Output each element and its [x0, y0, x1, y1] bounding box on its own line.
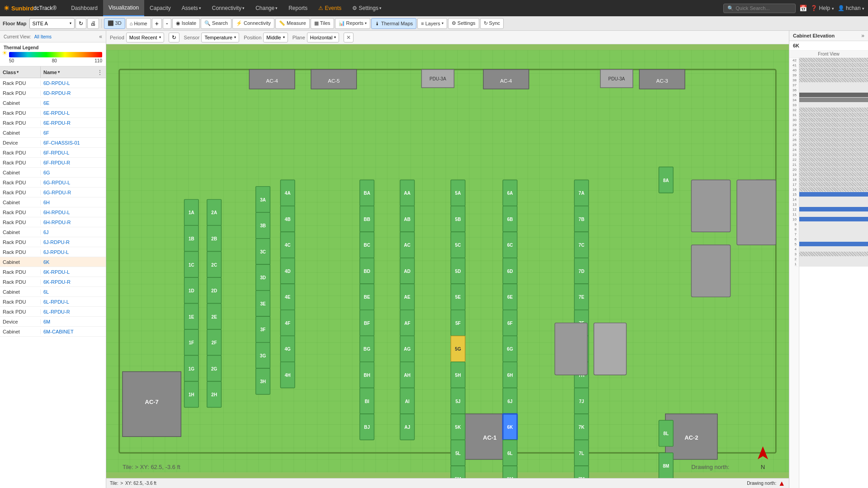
svg-text:4H: 4H [285, 373, 291, 378]
table-body[interactable]: Rack PDU6D-RPDU-LRack PDU6D-RPDU-RCabine… [0, 78, 106, 488]
table-row[interactable]: Rack PDU6F-RPDU-R [0, 158, 106, 168]
nav-assets[interactable]: Assets ▾ [176, 0, 207, 16]
rack-number: 26 [793, 137, 797, 142]
svg-text:1F: 1F [189, 340, 194, 345]
tiles-btn[interactable]: ▦ Tiles [311, 18, 334, 29]
svg-text:AD: AD [404, 269, 411, 274]
svg-text:2G: 2G [211, 366, 217, 371]
table-row[interactable]: Rack PDU6E-RPDU-L [0, 108, 106, 118]
quick-search-box[interactable]: 🔍 Quick Search... [723, 4, 796, 13]
position-filter: Position Middle ▾ [244, 33, 288, 42]
table-row[interactable]: Cabinet6M-CABINET [0, 327, 106, 337]
row-class: Cabinet [0, 170, 41, 175]
nav-change[interactable]: Change ▾ [250, 0, 283, 16]
floor-map[interactable]: AC-7 AC-5 AC-4 AC-4 AC-3 [106, 44, 789, 478]
position-select[interactable]: Middle ▾ [263, 33, 288, 42]
svg-text:8M: 8M [663, 464, 669, 469]
settings-btn[interactable]: ⚙ Settings [448, 18, 479, 29]
table-row[interactable]: Rack PDU6H-RPDU-L [0, 207, 106, 217]
search-btn[interactable]: 🔍 Search [201, 18, 231, 29]
table-row[interactable]: Rack PDU6D-RPDU-L [0, 78, 106, 88]
measure-btn[interactable]: 📏 Measure [275, 18, 310, 29]
thermal-gradient-bar [9, 52, 102, 57]
zoom-out-btn[interactable]: - [163, 18, 171, 29]
isolate-btn[interactable]: ◉ Isolate [172, 18, 200, 29]
table-row[interactable]: Rack PDU6G-RPDU-R [0, 188, 106, 197]
svg-text:2F: 2F [212, 340, 217, 345]
table-row[interactable]: Rack PDU6J-RPDU-L [0, 247, 106, 257]
sync-btn[interactable]: ↻ Sync [480, 18, 504, 29]
print-btn[interactable]: 🖨 [87, 18, 99, 29]
table-row[interactable]: Cabinet6L [0, 287, 106, 297]
zoom-in-btn[interactable]: + [152, 18, 162, 29]
floor-map-svg[interactable]: AC-7 AC-5 AC-4 AC-4 AC-3 [106, 44, 789, 478]
table-row[interactable]: Rack PDU6H-RPDU-R [0, 217, 106, 227]
rack-slot [799, 242, 868, 247]
plane-select[interactable]: Horizontal ▾ [307, 33, 340, 42]
current-view-value[interactable]: All Items [34, 34, 52, 39]
table-row[interactable]: Rack PDU6F-RPDU-L [0, 148, 106, 158]
svg-text:AC-5: AC-5 [328, 78, 340, 84]
3d-btn[interactable]: ⬛ 3D [104, 18, 125, 29]
table-row[interactable]: Rack PDU6D-RPDU-R [0, 88, 106, 98]
table-row[interactable]: Cabinet6E [0, 98, 106, 108]
table-row[interactable]: Rack PDU6G-RPDU-L [0, 178, 106, 188]
table-row[interactable]: Cabinet6G [0, 168, 106, 178]
table-row[interactable]: Cabinet6K [0, 257, 106, 267]
svg-text:Tile: >  XY: 62.5, -3.6 ft: Tile: > XY: 62.5, -3.6 ft [123, 464, 180, 470]
ac-unit-5: AC-5 [311, 70, 357, 89]
plane-filter: Plane Horizontal ▾ [292, 33, 340, 42]
close-filter-btn[interactable]: ✕ [344, 33, 354, 42]
nav-visualization[interactable]: Visualization [103, 0, 144, 16]
sunbird-text[interactable]: Sunbird [11, 5, 33, 12]
sensor-select[interactable]: Temperature ▾ [201, 33, 239, 42]
svg-text:AC: AC [404, 243, 411, 248]
period-select[interactable]: Most Recent ▾ [126, 33, 164, 42]
row-name: 6F-RPDU-L [41, 150, 106, 155]
reports-btn[interactable]: 📊 Reports ▾ [335, 18, 371, 29]
refresh-btn[interactable]: ↻ [75, 18, 86, 29]
svg-text:4F: 4F [285, 321, 290, 326]
row-class: Rack PDU [0, 279, 41, 285]
table-row[interactable]: Device6M [0, 317, 106, 327]
row-name: 6K [41, 259, 106, 265]
ac-unit-4-left: AC-4 [249, 70, 295, 89]
nav-reports[interactable]: Reports [283, 0, 313, 16]
name-column-header[interactable]: Name ▾ [41, 66, 94, 78]
table-row[interactable]: Cabinet6F [0, 128, 106, 138]
close-elevation-btn[interactable]: » [861, 33, 864, 39]
rack-number: 17 [793, 182, 797, 187]
user-btn[interactable]: 👤 hchan ▾ [838, 5, 864, 11]
table-row[interactable]: Rack PDU6K-RPDU-R [0, 277, 106, 287]
refresh-filter-btn[interactable]: ↻ [169, 33, 179, 42]
table-row[interactable]: Rack PDU6E-RPDU-R [0, 118, 106, 128]
rack-slot [799, 177, 868, 182]
home-btn[interactable]: ⌂ Home [126, 18, 151, 29]
help-btn[interactable]: ❓ Help ▾ [811, 5, 834, 11]
nav-settings[interactable]: ⚙ Settings ▾ [347, 0, 387, 16]
svg-text:3F: 3F [260, 327, 266, 332]
table-row[interactable]: Rack PDU6K-RPDU-L [0, 267, 106, 277]
svg-text:6G: 6G [507, 347, 513, 352]
table-row[interactable]: Device6F-CHASSIS-01 [0, 138, 106, 148]
connectivity-btn[interactable]: ⚡ Connectivity [232, 18, 274, 29]
nav-connectivity[interactable]: Connectivity ▾ [207, 0, 250, 16]
calendar-btn[interactable]: 📅 [799, 5, 807, 12]
table-row[interactable]: Rack PDU6L-RPDU-L [0, 297, 106, 307]
class-column-header[interactable]: Class ▾ [0, 66, 41, 78]
table-row[interactable]: Cabinet6J [0, 227, 106, 237]
nav-dashboard[interactable]: Dashboard [66, 0, 103, 16]
site-select[interactable]: SITE A ▾ [29, 18, 75, 29]
svg-text:5L: 5L [455, 451, 461, 456]
table-row[interactable]: Rack PDU6J-RDPU-R [0, 237, 106, 247]
arrow-icon: > [120, 481, 123, 486]
thermal-maps-btn[interactable]: 🌡 Thermal Maps [371, 18, 416, 29]
row-name: 6F-RPDU-R [41, 160, 106, 165]
nav-capacity[interactable]: Capacity [144, 0, 176, 16]
layers-btn[interactable]: ≡ Layers ▾ [417, 18, 447, 29]
collapse-panel-btn[interactable]: « [99, 33, 102, 40]
table-row[interactable]: Cabinet6H [0, 197, 106, 207]
nav-events[interactable]: ⚠ Events [313, 0, 347, 16]
table-row[interactable]: Rack PDU6L-RPDU-R [0, 307, 106, 317]
column-menu-btn[interactable]: ⋮ [94, 69, 106, 76]
